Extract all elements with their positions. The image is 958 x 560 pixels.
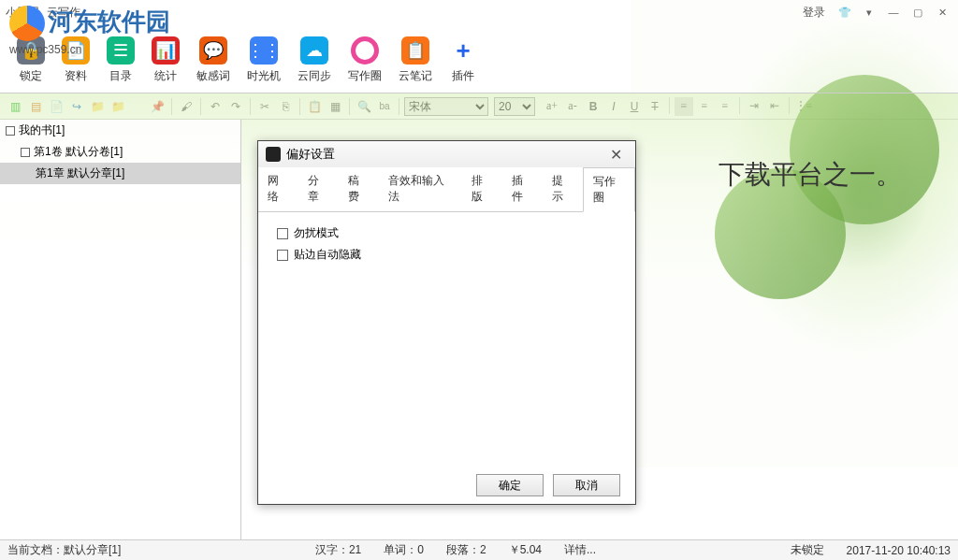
tool-timemachine[interactable]: ⋮⋮时光机: [247, 36, 281, 84]
close-icon[interactable]: ✕: [932, 4, 952, 21]
tool-circle[interactable]: 写作圈: [348, 36, 382, 84]
dialog-icon: [266, 147, 281, 162]
tool-stat[interactable]: 📊统计: [152, 36, 180, 84]
status-fee: ￥5.04: [509, 542, 542, 558]
shirt-icon[interactable]: 👕: [835, 4, 855, 21]
increase-font-icon[interactable]: a+: [543, 97, 561, 116]
minimize-icon[interactable]: —: [883, 4, 904, 21]
status-hanzi: 汉字：21: [315, 542, 361, 558]
folder1-icon[interactable]: 📁: [88, 97, 107, 116]
undo-icon[interactable]: ↶: [206, 97, 225, 116]
check-autohide[interactable]: 贴边自动隐藏: [277, 247, 617, 263]
status-time: 2017-11-20 10:40:13: [847, 544, 951, 557]
folder2-icon[interactable]: 📁: [109, 97, 127, 116]
search-icon[interactable]: 🔍: [355, 97, 373, 116]
status-paras: 段落：2: [446, 542, 486, 558]
paste2-icon[interactable]: ▦: [326, 97, 344, 116]
maximize-icon[interactable]: ▢: [907, 4, 928, 21]
tool-lock[interactable]: 🔒锁定: [17, 36, 45, 84]
align-center-icon[interactable]: ≡: [695, 97, 714, 116]
main-toolbar: 🔒锁定 📄资料 ☰目录 📊统计 💬敏感词 ⋮⋮时光机 ☁云同步 写作圈 📋云笔记…: [0, 24, 958, 93]
status-doc: 当前文档：默认分章[1]: [7, 542, 121, 558]
editor-text: 下载平台之一。: [718, 157, 902, 193]
tab-network[interactable]: 网络: [258, 167, 298, 211]
cancel-button[interactable]: 取消: [553, 474, 620, 496]
add-file-icon[interactable]: 📄: [47, 97, 65, 116]
preferences-dialog: 偏好设置 ✕ 网络 分章 稿费 音效和输入法 排版 插件 提示 写作圈 勿扰模式…: [257, 140, 636, 505]
import-icon[interactable]: ↪: [67, 97, 86, 116]
tab-fee[interactable]: 稿费: [339, 167, 379, 211]
fontsize-select[interactable]: 20: [494, 97, 535, 116]
tree-chapter[interactable]: 第1章 默认分章[1]: [0, 163, 240, 184]
check-dnd[interactable]: 勿扰模式: [277, 225, 617, 241]
tab-plugin[interactable]: 插件: [502, 167, 543, 211]
tree-book[interactable]: 我的书[1]: [0, 120, 240, 141]
font-select[interactable]: 宋体: [404, 97, 488, 116]
tab-hint[interactable]: 提示: [543, 167, 583, 211]
tool-data[interactable]: 📄资料: [62, 36, 90, 84]
list-icon[interactable]: ⋮≡: [794, 97, 813, 116]
tab-circle[interactable]: 写作圈: [583, 167, 635, 212]
dialog-title: 偏好设置: [286, 146, 335, 163]
status-words: 单词：0: [384, 542, 424, 558]
dialog-close-icon[interactable]: ✕: [604, 146, 628, 164]
tool-sensitive[interactable]: 💬敏感词: [196, 36, 230, 84]
paste-icon[interactable]: 📋: [305, 97, 324, 116]
align-left-icon[interactable]: ≡: [675, 97, 693, 116]
tab-chapter[interactable]: 分章: [298, 167, 339, 211]
sidebar-tree: 我的书[1] 第1卷 默认分卷[1] 第1章 默认分章[1]: [0, 120, 241, 539]
status-lock: 未锁定: [791, 542, 824, 558]
underline-icon[interactable]: U: [625, 97, 644, 116]
dropdown-icon[interactable]: ▾: [859, 4, 879, 21]
tab-ime[interactable]: 音效和输入法: [379, 167, 462, 211]
app-subtitle: 云写作: [47, 5, 80, 21]
cut-icon[interactable]: ✂: [255, 97, 274, 116]
brush-icon[interactable]: 🖌: [177, 97, 196, 116]
indent-icon[interactable]: ⇥: [745, 97, 763, 116]
outdent-icon[interactable]: ⇤: [765, 97, 784, 116]
italic-icon[interactable]: I: [604, 97, 623, 116]
tool-cloudnote[interactable]: 📋云笔记: [399, 36, 432, 84]
bold-icon[interactable]: B: [584, 97, 602, 116]
dialog-tabs: 网络 分章 稿费 音效和输入法 排版 插件 提示 写作圈: [258, 167, 635, 212]
tab-layout[interactable]: 排版: [462, 167, 502, 211]
replace-icon[interactable]: ba: [375, 97, 394, 116]
tool-cloudsync[interactable]: ☁云同步: [298, 36, 331, 84]
copy-icon[interactable]: ⎘: [276, 97, 295, 116]
panel-icon[interactable]: ▤: [26, 97, 45, 116]
titlebar: 小黑屋 云写作 登录 👕 ▾ — ▢ ✕: [0, 0, 958, 24]
statusbar: 当前文档：默认分章[1] 汉字：21 单词：0 段落：2 ￥5.04 详情...…: [0, 539, 958, 560]
tool-plugin[interactable]: +插件: [449, 36, 477, 84]
login-button[interactable]: 登录: [803, 5, 825, 21]
redo-icon[interactable]: ↷: [226, 97, 245, 116]
tree-volume[interactable]: 第1卷 默认分卷[1]: [0, 141, 240, 163]
decrease-font-icon[interactable]: a-: [563, 97, 582, 116]
secondary-toolbar: ▥ ▤ 📄 ↪ 📁 📁 📌 🖌 ↶ ↷ ✂ ⎘ 📋 ▦ 🔍 ba 宋体 20 a…: [0, 93, 958, 120]
pin-icon[interactable]: 📌: [148, 97, 167, 116]
align-right-icon[interactable]: ≡: [716, 97, 734, 116]
strike-icon[interactable]: T: [646, 97, 664, 116]
status-detail[interactable]: 详情...: [564, 542, 596, 558]
ok-button[interactable]: 确定: [476, 474, 544, 496]
tool-toc[interactable]: ☰目录: [107, 36, 135, 84]
toggle-split-icon[interactable]: ▥: [6, 97, 24, 116]
app-name: 小黑屋: [6, 5, 39, 21]
